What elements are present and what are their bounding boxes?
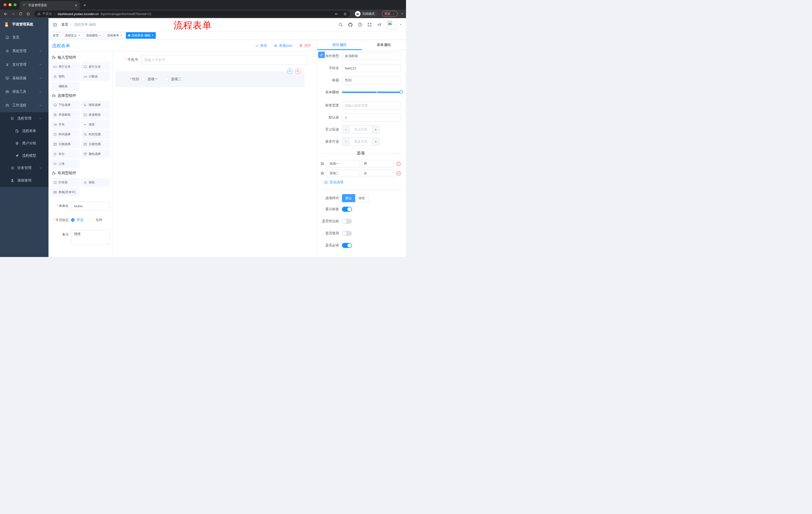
component-chip-颜色选择[interactable]: 颜色选择 bbox=[81, 150, 110, 158]
max-select-placeholder[interactable]: 最多可选 bbox=[350, 138, 372, 145]
sidebar-item-支付管理[interactable]: 支付管理 bbox=[0, 58, 49, 72]
sidebar-item-流程模型[interactable]: 流程模型 bbox=[0, 150, 49, 162]
component-chip-日期选择[interactable]: 日期选择 bbox=[51, 140, 80, 148]
forward-icon[interactable] bbox=[10, 11, 16, 17]
tag-close-icon[interactable]: × bbox=[120, 34, 122, 37]
radio-status-off[interactable]: 关闭 bbox=[90, 216, 102, 224]
component-chip-多行文本[interactable]: 多行文本 bbox=[81, 62, 110, 71]
component-chip-评分[interactable]: 评分 bbox=[51, 150, 80, 158]
remark-textarea[interactable]: 嘿嘿 bbox=[71, 230, 110, 244]
default-value-input[interactable] bbox=[342, 113, 401, 121]
chevron-down-icon[interactable] bbox=[401, 12, 404, 15]
selected-component-gender[interactable]: 性别 选项一选项二 bbox=[116, 71, 304, 87]
reload-icon[interactable] bbox=[18, 11, 24, 17]
data-bind-link-button[interactable] bbox=[318, 52, 325, 58]
tag-close-icon[interactable]: × bbox=[152, 34, 153, 37]
browser-menu-dots-icon[interactable]: ⋮ bbox=[392, 12, 396, 16]
avatar[interactable] bbox=[387, 20, 397, 29]
view-json-button[interactable]: 查看json bbox=[273, 44, 292, 48]
field-name-input[interactable] bbox=[342, 64, 401, 72]
tag-流程模型[interactable]: 流程模型× bbox=[84, 32, 103, 39]
option-value-input[interactable] bbox=[361, 169, 394, 177]
component-type-select[interactable] bbox=[342, 52, 401, 60]
component-chip-时间范围[interactable]: 时间范围 bbox=[81, 130, 110, 139]
add-option-button[interactable]: 添加选项 bbox=[324, 180, 401, 185]
option-label-input[interactable] bbox=[326, 160, 359, 167]
tag-首页[interactable]: 首页 bbox=[51, 32, 61, 39]
component-chip-日期范围[interactable]: 日期范围 bbox=[81, 140, 110, 148]
stepper-minus-button[interactable]: − bbox=[342, 126, 350, 133]
address-bar[interactable]: 不安全 dashboard.yudao.iocoder.cn/bpm/manag… bbox=[34, 10, 350, 17]
component-chip-按钮[interactable]: 按钮 bbox=[81, 178, 110, 187]
remove-option-button[interactable] bbox=[396, 171, 401, 176]
radio-status-on[interactable]: 开启 bbox=[71, 216, 83, 224]
tab-form-props[interactable]: 表单属性 bbox=[362, 40, 406, 50]
component-chip-表格[开发中][interactable]: 表格[开发中] bbox=[51, 188, 80, 197]
maximize-window-button[interactable] bbox=[13, 3, 17, 6]
checkbox-选项二[interactable]: 选项二 bbox=[165, 77, 181, 81]
phone-input[interactable] bbox=[141, 55, 307, 64]
sidebar-item-系统管理[interactable]: 系统管理 bbox=[0, 44, 49, 58]
help-icon[interactable] bbox=[358, 22, 362, 27]
stepper-plus-button[interactable]: + bbox=[372, 126, 379, 133]
hamburger-icon[interactable] bbox=[53, 22, 57, 27]
copy-component-button[interactable] bbox=[287, 69, 293, 74]
sidebar-item-研发工具[interactable]: 研发工具 bbox=[0, 85, 49, 99]
sidebar-item-用户分组[interactable]: 用户分组 bbox=[0, 137, 49, 150]
browser-tab[interactable]: 芋道管理系统 ✕ bbox=[20, 1, 80, 9]
component-chip-开关[interactable]: 开关 bbox=[51, 120, 80, 129]
sidebar-item-请假查询[interactable]: 请假查询 bbox=[0, 174, 49, 187]
clear-button[interactable]: 清空 bbox=[299, 44, 311, 48]
toggle-是否带边框[interactable] bbox=[342, 219, 352, 224]
checkbox-选项一[interactable]: 选项一 bbox=[142, 77, 158, 81]
sidebar-item-流程管理[interactable]: 流程管理 bbox=[0, 112, 49, 125]
min-select-placeholder[interactable]: 至少应选 bbox=[350, 126, 372, 133]
component-chip-计数器[interactable]: 123计数器 bbox=[81, 72, 110, 81]
checkbox-box[interactable] bbox=[142, 77, 145, 81]
canvas-field-phone[interactable]: 手机号 bbox=[116, 55, 314, 64]
form-name-input[interactable] bbox=[71, 202, 110, 210]
component-chip-时间选择[interactable]: 时间选择 bbox=[51, 130, 80, 139]
sidebar-item-基础设施[interactable]: 基础设施 bbox=[0, 72, 49, 85]
tag-流程表单-编辑[interactable]: 流程表单-编辑× bbox=[126, 32, 156, 39]
component-chip-编辑器[interactable]: 编辑器 bbox=[51, 82, 80, 91]
update-button[interactable]: 更新 ⋮ bbox=[382, 11, 398, 17]
save-button[interactable]: 保存 bbox=[255, 44, 267, 48]
key-icon[interactable] bbox=[335, 12, 339, 16]
component-chip-上传[interactable]: 上传 bbox=[51, 159, 80, 168]
back-icon[interactable] bbox=[2, 11, 8, 17]
close-window-button[interactable] bbox=[3, 3, 6, 6]
tag-流程表单[interactable]: 流程表单× bbox=[105, 32, 124, 39]
checkbox-box[interactable] bbox=[165, 77, 169, 81]
option-label-input[interactable] bbox=[326, 169, 359, 177]
title-input[interactable] bbox=[342, 76, 401, 84]
traffic-lights[interactable] bbox=[3, 3, 17, 6]
drag-handle-icon[interactable] bbox=[320, 171, 324, 175]
github-icon[interactable] bbox=[348, 22, 353, 27]
home-icon[interactable] bbox=[25, 11, 31, 17]
minimize-window-button[interactable] bbox=[8, 3, 11, 6]
toggle-显示标签[interactable] bbox=[342, 207, 352, 212]
tab-close-icon[interactable]: ✕ bbox=[75, 3, 77, 7]
label-width-input[interactable] bbox=[342, 101, 401, 109]
component-chip-单行文本[interactable]: 单行文本 bbox=[51, 62, 80, 71]
stepper-plus-button[interactable]: + bbox=[372, 138, 379, 145]
search-icon[interactable] bbox=[339, 22, 343, 27]
remove-option-button[interactable] bbox=[396, 161, 401, 166]
tab-component-props[interactable]: 组件属性 bbox=[317, 40, 362, 50]
toggle-是否禁用[interactable] bbox=[342, 231, 352, 236]
bookmark-star-icon[interactable] bbox=[343, 12, 347, 16]
breadcrumb-home[interactable]: 首页 bbox=[61, 22, 68, 27]
fullscreen-icon[interactable] bbox=[367, 22, 372, 27]
component-chip-滑块[interactable]: 滑块 bbox=[81, 120, 110, 129]
component-chip-多选框组[interactable]: 多选框组 bbox=[81, 110, 110, 119]
tag-close-icon[interactable]: × bbox=[99, 34, 101, 37]
sidebar-item-任务管理[interactable]: 任务管理 bbox=[0, 162, 49, 174]
sidebar-item-流程表单[interactable]: 流程表单 bbox=[0, 125, 49, 137]
tag-流程定义[interactable]: 流程定义× bbox=[63, 32, 82, 39]
stepper-minus-button[interactable]: − bbox=[342, 138, 350, 145]
component-chip-下拉选择[interactable]: 下拉选择 bbox=[51, 101, 80, 109]
sidebar-item-首页[interactable]: 首页 bbox=[0, 31, 49, 44]
form-canvas[interactable]: 手机号 性别 选项一选项二 bbox=[113, 52, 317, 257]
component-chip-行容器[interactable]: 行容器 bbox=[51, 178, 80, 187]
